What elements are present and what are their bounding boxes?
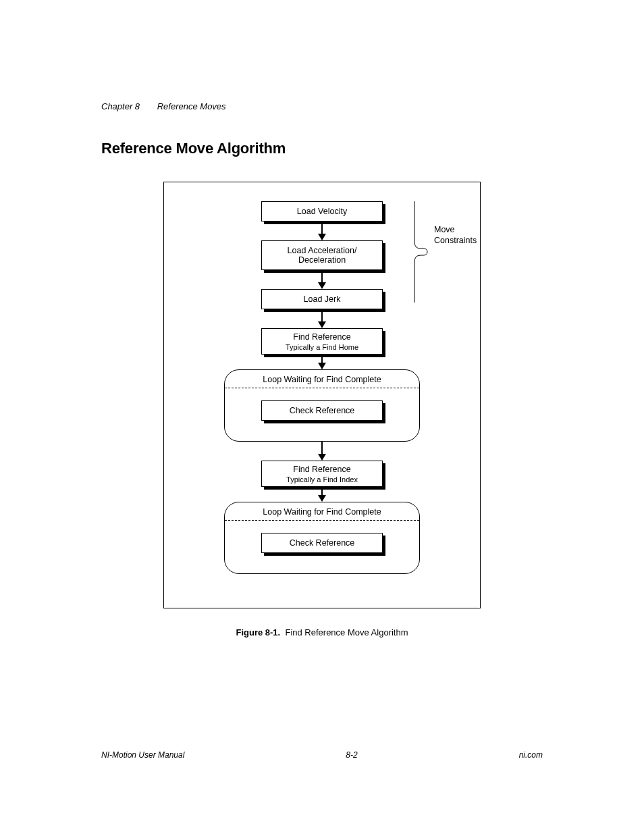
arrow-down-icon (318, 234, 326, 240)
figure-caption-text: Find Reference Move Algorithm (285, 627, 408, 637)
chapter-header: Chapter 8 Reference Moves (101, 101, 543, 111)
chapter-number: Chapter 8 (101, 101, 140, 111)
chapter-title: Reference Moves (157, 101, 226, 111)
figure-label: Figure 8-1. (236, 627, 280, 637)
diagram-box-velocity: Load Velocity (261, 201, 383, 221)
loop-title: Loop Waiting for Find Complete (225, 370, 419, 388)
diagram-box-checkref-1: Check Reference (261, 400, 383, 421)
arrow-down-icon (318, 495, 326, 502)
diagram-box-jerk: Load Jerk (261, 289, 383, 309)
page-footer: NI-Motion User Manual 8-2 ni.com (101, 750, 543, 760)
arrow-down-icon (318, 282, 326, 289)
diagram-box-findref-index: Find Reference Typically a Find Index (261, 461, 383, 487)
diagram-frame: Move Constraints Load Velocity Load Acce… (163, 182, 481, 608)
diagram-box-findref-home: Find Reference Typically a Find Home (261, 328, 383, 355)
footer-url: ni.com (519, 750, 543, 760)
figure-caption: Figure 8-1. Find Reference Move Algorith… (101, 627, 543, 637)
footer-manual-title: NI-Motion User Manual (101, 750, 184, 760)
loop-title: Loop Waiting for Find Complete (225, 502, 419, 521)
diagram-loop-1: Loop Waiting for Find Complete Check Ref… (224, 369, 420, 442)
diagram-box-accel: Load Acceleration/ Deceleration (261, 240, 383, 270)
section-heading: Reference Move Algorithm (101, 140, 543, 157)
diagram-box-checkref-2: Check Reference (261, 533, 383, 553)
diagram-loop-2: Loop Waiting for Find Complete Check Ref… (224, 502, 420, 574)
arrow-down-icon (318, 454, 326, 461)
arrow-down-icon (318, 363, 326, 369)
footer-page-number: 8-2 (346, 750, 357, 760)
arrow-down-icon (318, 321, 326, 328)
